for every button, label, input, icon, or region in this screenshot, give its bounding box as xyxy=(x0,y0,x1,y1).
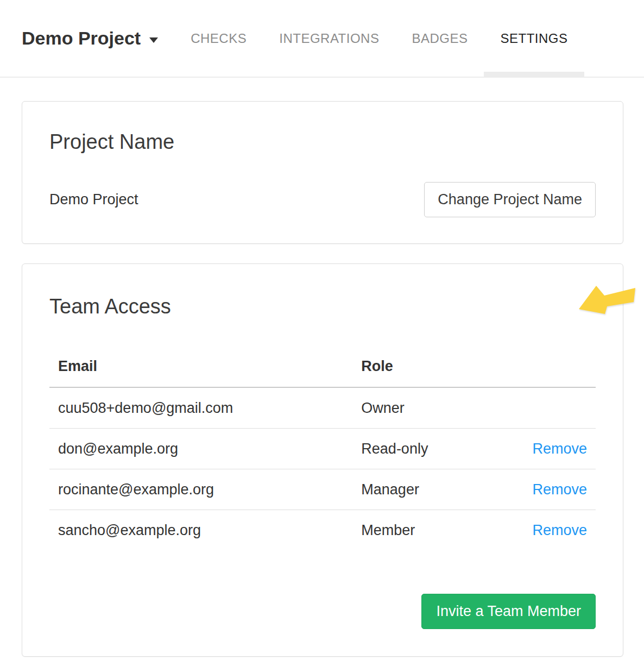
table-row: rocinante@example.org Manager Remove xyxy=(49,469,596,510)
remove-member-link[interactable]: Remove xyxy=(532,481,587,498)
member-role: Owner xyxy=(352,387,516,429)
project-name-card: Project Name Demo Project Change Project… xyxy=(22,101,623,244)
team-members-table: Email Role cuu508+demo@gmail.com Owner d… xyxy=(49,345,596,550)
current-project-name: Demo Project xyxy=(49,191,138,208)
team-access-heading: Team Access xyxy=(49,294,596,318)
member-email: rocinante@example.org xyxy=(49,469,352,510)
tab-integrations[interactable]: INTEGRATIONS xyxy=(263,0,395,77)
member-action-cell: Remove xyxy=(516,429,596,469)
member-role: Read-only xyxy=(352,429,516,469)
project-title: Demo Project xyxy=(22,28,141,49)
tab-checks[interactable]: CHECKS xyxy=(174,0,263,77)
invite-team-member-button[interactable]: Invite a Team Member xyxy=(421,594,596,629)
change-project-name-button[interactable]: Change Project Name xyxy=(424,182,596,217)
table-row: sancho@example.org Member Remove xyxy=(49,510,596,551)
member-action-cell: Remove xyxy=(516,510,596,551)
settings-page-content: Project Name Demo Project Change Project… xyxy=(0,101,644,657)
member-email: don@example.org xyxy=(49,429,352,469)
member-email: cuu508+demo@gmail.com xyxy=(49,387,352,429)
role-column-header: Role xyxy=(352,345,516,387)
project-name-row: Demo Project Change Project Name xyxy=(49,182,596,217)
tab-settings[interactable]: SETTINGS xyxy=(484,0,584,77)
tab-badges[interactable]: BADGES xyxy=(395,0,484,77)
project-switcher[interactable]: Demo Project xyxy=(22,28,158,49)
table-row: don@example.org Read-only Remove xyxy=(49,429,596,469)
member-role: Member xyxy=(352,510,516,551)
chevron-down-icon xyxy=(149,37,158,43)
top-navigation: Demo Project CHECKS INTEGRATIONS BADGES … xyxy=(0,0,644,78)
actions-column-header xyxy=(516,345,596,387)
member-action-cell: Remove xyxy=(516,469,596,510)
team-access-card: Team Access Email Role cuu508+demo@gmail… xyxy=(22,263,623,657)
nav-tabs: CHECKS INTEGRATIONS BADGES SETTINGS xyxy=(174,0,584,77)
table-header-row: Email Role xyxy=(49,345,596,387)
remove-member-link[interactable]: Remove xyxy=(532,441,587,457)
table-row: cuu508+demo@gmail.com Owner xyxy=(49,387,596,429)
invite-row: Invite a Team Member xyxy=(49,594,596,629)
member-action-cell xyxy=(516,387,596,429)
email-column-header: Email xyxy=(49,345,352,387)
project-name-heading: Project Name xyxy=(49,130,596,154)
remove-member-link[interactable]: Remove xyxy=(532,522,587,538)
member-role: Manager xyxy=(352,469,516,510)
member-email: sancho@example.org xyxy=(49,510,352,551)
